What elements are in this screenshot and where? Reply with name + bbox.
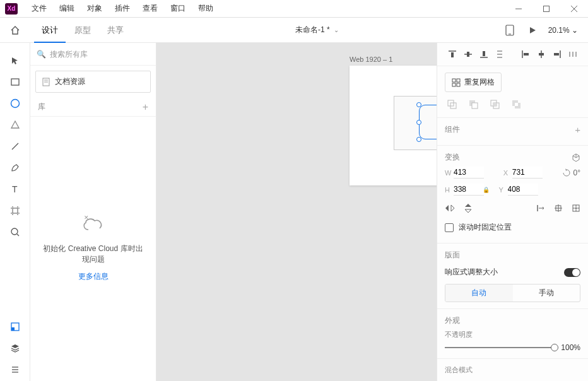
libraries-panel: 🔍 文档资源 库 + ✕ 初始化 Creative Cloud 库时出现问题 更… — [30, 43, 156, 381]
cc-error-message: 初始化 Creative Cloud 库时出现问题 — [43, 243, 143, 265]
window-maximize-button[interactable] — [532, 0, 560, 17]
lock-aspect-icon[interactable]: 🔒 — [483, 187, 490, 193]
svg-text:T: T — [12, 185, 18, 194]
add-library-button[interactable]: + — [143, 102, 148, 113]
title-bar: Xd 文件 编辑 对象 插件 查看 窗口 帮助 — [0, 0, 588, 18]
flip-horizontal-icon[interactable] — [445, 204, 455, 213]
svg-rect-33 — [467, 52, 469, 57]
pen-tool[interactable] — [5, 158, 25, 178]
rectangle-tool[interactable] — [5, 72, 25, 92]
chevron-down-icon: ⌄ — [334, 26, 339, 33]
resize-auto-button[interactable]: 自动 — [445, 284, 513, 302]
responsive-toggle[interactable] — [564, 268, 580, 277]
artboard-label[interactable]: Web 1920 – 1 — [350, 56, 392, 63]
svg-point-19 — [11, 228, 18, 235]
libraries-panel-button[interactable] — [5, 317, 25, 337]
scroll-fix-checkbox-row[interactable]: 滚动时固定位置 — [445, 218, 580, 237]
document-assets-label: 文档资源 — [55, 76, 85, 87]
x-input[interactable] — [512, 167, 543, 179]
polygon-tool[interactable] — [5, 115, 25, 135]
mode-tab-design[interactable]: 设计 — [34, 18, 66, 43]
svg-rect-51 — [457, 83, 460, 86]
svg-rect-58 — [493, 103, 497, 106]
boolean-add-icon[interactable] — [445, 97, 459, 111]
align-top-icon[interactable] — [445, 46, 461, 62]
chevron-down-icon: ⌄ — [572, 26, 578, 35]
menu-object[interactable]: 对象 — [81, 0, 109, 17]
cc-more-info-link[interactable]: 更多信息 — [78, 271, 109, 282]
artboard[interactable] — [350, 66, 437, 185]
align-vcenter-icon[interactable] — [461, 46, 476, 62]
distribute-h-icon[interactable] — [565, 46, 580, 62]
responsive-label: 响应式调整大小 — [445, 267, 498, 278]
y-input[interactable] — [508, 184, 538, 196]
menu-window[interactable]: 窗口 — [164, 0, 192, 17]
window-close-button[interactable] — [560, 0, 588, 17]
align-hcenter-icon[interactable] — [533, 46, 549, 62]
device-preview-button[interactable] — [503, 23, 517, 37]
rotation-value[interactable]: 0° — [573, 168, 580, 177]
align-right-icon[interactable] — [549, 46, 565, 62]
3d-icon[interactable] — [572, 153, 580, 162]
window-minimize-button[interactable] — [505, 0, 532, 17]
repeat-grid-button[interactable]: 重复网格 — [445, 73, 502, 92]
document-title-dropdown[interactable]: 未命名-1 * ⌄ — [295, 25, 339, 35]
transform-label: 变换 — [445, 152, 460, 163]
alignment-row — [437, 43, 588, 66]
opacity-value[interactable]: 100% — [561, 343, 580, 352]
boolean-intersect-icon[interactable] — [488, 97, 502, 111]
resize-manual-button[interactable]: 手动 — [513, 284, 580, 302]
opacity-slider[interactable] — [445, 347, 556, 348]
layers-panel-button[interactable] — [5, 338, 25, 358]
document-assets-button[interactable]: 文档资源 — [35, 71, 151, 93]
line-tool[interactable] — [5, 136, 25, 156]
zoom-dropdown[interactable]: 20.1% ⌄ — [548, 26, 580, 35]
ellipse-tool[interactable] — [5, 93, 25, 114]
blend-section: 混合模式 — [437, 358, 588, 381]
anchor-center-icon[interactable] — [554, 204, 563, 213]
plugins-panel-button[interactable] — [5, 360, 25, 380]
add-component-button[interactable]: + — [575, 124, 580, 135]
selected-object[interactable] — [419, 105, 437, 139]
search-icon: 🔍 — [37, 50, 46, 59]
play-preview-button[interactable] — [526, 23, 539, 37]
library-search[interactable]: 🔍 — [30, 43, 156, 66]
menu-help[interactable]: 帮助 — [192, 0, 220, 17]
svg-rect-35 — [483, 51, 485, 56]
top-bar: 设计 原型 共享 未命名-1 * ⌄ 20.1% ⌄ — [0, 18, 588, 43]
checkbox-unchecked-icon[interactable] — [445, 223, 454, 232]
width-input[interactable] — [454, 167, 484, 179]
height-input[interactable] — [454, 184, 484, 196]
align-left-icon[interactable] — [517, 46, 533, 62]
menu-edit[interactable]: 编辑 — [53, 0, 81, 17]
resize-mode-segment[interactable]: 自动 手动 — [445, 284, 580, 302]
canvas[interactable]: Web 1920 – 1 — [156, 43, 437, 381]
svg-rect-42 — [539, 53, 544, 56]
home-button[interactable] — [8, 23, 23, 38]
select-tool[interactable] — [5, 50, 25, 71]
align-bottom-icon[interactable] — [476, 46, 492, 62]
mode-tab-share[interactable]: 共享 — [100, 18, 131, 43]
menu-file[interactable]: 文件 — [25, 0, 53, 17]
svg-text:✕: ✕ — [84, 216, 89, 221]
blend-label: 混合模式 — [445, 365, 580, 375]
boolean-exclude-icon[interactable] — [509, 97, 523, 111]
rotate-icon[interactable] — [562, 168, 571, 177]
svg-rect-31 — [451, 52, 454, 57]
menu-plugins[interactable]: 插件 — [109, 0, 136, 17]
menu-view[interactable]: 查看 — [136, 0, 164, 17]
svg-rect-1 — [544, 6, 550, 11]
distribute-v-icon[interactable] — [492, 46, 508, 62]
zoom-tool[interactable] — [5, 222, 25, 242]
svg-point-7 — [11, 100, 19, 108]
library-search-input[interactable] — [50, 50, 150, 59]
creative-cloud-icon: ✕ — [81, 216, 106, 233]
mode-tab-prototype[interactable]: 原型 — [67, 18, 98, 43]
artboard-tool[interactable] — [5, 201, 25, 221]
boolean-subtract-icon[interactable] — [466, 97, 480, 111]
anchor-left-icon[interactable] — [536, 204, 545, 213]
flip-vertical-icon[interactable] — [464, 203, 473, 213]
anchor-all-icon[interactable] — [572, 204, 580, 213]
tool-bar: T — [0, 43, 30, 381]
text-tool[interactable]: T — [5, 179, 25, 199]
